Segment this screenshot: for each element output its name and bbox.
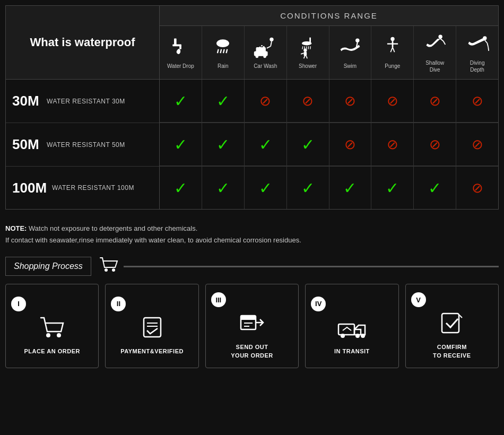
svg-line-65 <box>308 46 309 49</box>
svg-line-84 <box>487 43 488 47</box>
shopping-section: Shopping Process I <box>0 257 504 368</box>
step-5-label: COMFIRMTO RECEIVE <box>433 343 471 360</box>
check-100m-6: ✓ <box>371 167 414 209</box>
svg-rect-43 <box>174 39 177 46</box>
check-100m-2: ✓ <box>202 167 245 209</box>
check-50m-4: ✓ <box>287 123 329 166</box>
col-diving-depth: DivingDepth <box>456 26 498 79</box>
svg-point-101 <box>361 334 365 338</box>
step-1-number: I <box>11 297 26 311</box>
col-car-wash: Car Wash <box>245 26 287 79</box>
check-30m-5: ⊘ <box>329 80 372 122</box>
svg-rect-94 <box>241 316 256 320</box>
check-30m-6: ⊘ <box>371 80 414 122</box>
wp-title: What is waterproof <box>6 6 160 80</box>
step-5: V COMFIRMTO RECEIVE <box>405 284 499 368</box>
check-100m-4: ✓ <box>287 167 329 209</box>
step-2-number: II <box>111 297 126 311</box>
data-row-50m: ✓ ✓ ✓ ✓ ⊘ ⊘ ⊘ ⊘ <box>160 123 498 167</box>
shopping-title: Shopping Process <box>14 262 83 271</box>
check-50m-3: ✓ <box>245 123 287 166</box>
shopping-title-box: Shopping Process <box>5 257 91 276</box>
step-4: IV IN TRANSIT <box>305 284 398 368</box>
svg-point-60 <box>264 55 267 58</box>
icons-row: Water Drop Rain <box>160 26 498 80</box>
data-row-30m: ✓ ✓ ⊘ ⊘ ⊘ ⊘ ⊘ ⊘ <box>160 80 498 123</box>
step-4-label: IN TRANSIT <box>334 347 370 355</box>
step-1: I PLACE AN ORDER <box>5 284 99 368</box>
col-plunge: Punge <box>371 26 414 79</box>
col-water-drop: Water Drop <box>160 26 202 79</box>
check-30m-2: ✓ <box>202 80 245 122</box>
svg-line-69 <box>301 53 304 54</box>
waterproof-table: What is waterproof CONDITIONS RANGE Wate… <box>5 5 499 210</box>
check-30m-7: ⊘ <box>414 80 456 122</box>
car-wash-label: Car Wash <box>254 63 277 69</box>
svg-line-64 <box>306 46 307 49</box>
check-30m-8: ⊘ <box>456 80 498 122</box>
svg-line-78 <box>393 47 395 52</box>
svg-point-61 <box>302 41 311 45</box>
note-text2: If contact with seawater,rinse immediate… <box>5 234 499 246</box>
cart-icon <box>99 257 118 276</box>
svg-point-88 <box>46 333 50 337</box>
check-50m-2: ✓ <box>202 123 245 166</box>
conditions-range: CONDITIONS RANGE <box>160 6 498 26</box>
svg-rect-68 <box>304 51 307 56</box>
shopping-header: Shopping Process <box>5 257 499 276</box>
svg-line-83 <box>484 40 487 43</box>
rain-label: Rain <box>218 63 229 69</box>
step-3-number: III <box>211 292 226 307</box>
svg-line-53 <box>267 46 271 48</box>
step-4-icon <box>337 316 366 343</box>
step-3-icon <box>239 311 265 339</box>
check-100m-7: ✓ <box>414 167 456 209</box>
check-30m-1: ✓ <box>160 80 202 122</box>
check-100m-1: ✓ <box>160 167 202 209</box>
svg-rect-45 <box>180 45 182 49</box>
step-4-number: IV <box>311 297 326 311</box>
svg-rect-102 <box>442 314 459 333</box>
svg-point-100 <box>355 334 360 338</box>
check-50m-5: ⊘ <box>329 123 372 166</box>
check-100m-5: ✓ <box>329 167 372 209</box>
svg-point-74 <box>390 37 394 41</box>
data-row-100m: ✓ ✓ ✓ ✓ ✓ ✓ ✓ ⊘ <box>160 167 498 209</box>
step-2-label: PAYMENT&VERIFIED <box>120 347 184 355</box>
step-1-icon <box>39 316 65 343</box>
col-shower: Shower <box>287 26 329 79</box>
row-label-30m: 30M WATER RESISTANT 30M <box>6 80 160 123</box>
col-shallow-dive: ShallowDive <box>414 26 456 79</box>
note-section: NOTE: Watch not exposure to detergents a… <box>0 215 504 251</box>
step-2: II PAYMENT&VERIFIED <box>105 284 198 368</box>
svg-line-81 <box>443 41 445 44</box>
step-3-label: SEND OUTYOUR ORDER <box>231 343 273 360</box>
svg-rect-58 <box>256 47 266 52</box>
col-swim: Swim <box>329 26 372 79</box>
row-label-100m: 100M WATER RESISTANT 100M <box>6 167 160 209</box>
check-50m-6: ⊘ <box>371 123 414 166</box>
check-50m-1: ✓ <box>160 123 202 166</box>
svg-point-89 <box>57 333 61 337</box>
swim-label: Swim <box>344 63 357 69</box>
svg-line-52 <box>271 41 272 46</box>
svg-line-80 <box>440 38 444 41</box>
svg-rect-98 <box>338 324 354 335</box>
note-text1: Watch not exposure to detergents and oth… <box>29 224 197 232</box>
row-label-50m: 50M WATER RESISTANT 50M <box>6 123 160 167</box>
step-1-label: PLACE AN ORDER <box>24 347 80 355</box>
steps-row: I PLACE AN ORDER II <box>5 284 499 368</box>
check-30m-3: ⊘ <box>245 80 287 122</box>
svg-line-77 <box>390 47 393 52</box>
check-50m-8: ⊘ <box>456 123 498 166</box>
col-rain: Rain <box>202 26 245 79</box>
svg-point-46 <box>216 39 229 47</box>
svg-line-66 <box>310 46 311 49</box>
svg-line-62 <box>302 46 303 49</box>
svg-point-67 <box>303 48 307 51</box>
check-100m-3: ✓ <box>245 167 287 209</box>
svg-rect-90 <box>144 318 161 337</box>
shallow-dive-label: ShallowDive <box>425 59 444 73</box>
svg-point-99 <box>341 334 345 338</box>
shopping-bar <box>124 266 499 267</box>
